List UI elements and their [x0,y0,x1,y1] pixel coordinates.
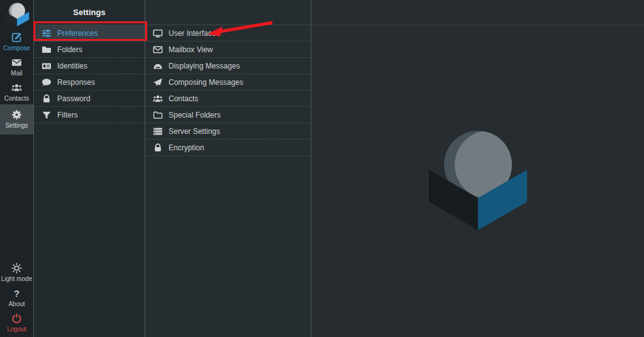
mail-icon [11,57,22,68]
settings-nav-item-label: Folders [57,45,82,54]
power-icon [11,313,22,324]
settings-nav-item-label: Preferences [57,29,98,38]
envelope-icon [153,45,163,55]
sections-header [145,0,311,25]
section-item-displaying-messages[interactable]: Displaying Messages [145,58,311,74]
sidebar-item-mail[interactable]: Mail [0,54,33,79]
settings-nav-item-filters[interactable]: Filters [34,107,145,123]
roundcube-watermark-logo [428,130,528,233]
contacts-icon [11,82,22,93]
taskbar: Compose Mail C [0,0,34,337]
content-header [311,0,644,25]
settings-nav-item-label: Filters [57,111,78,119]
speech-bubble-icon [42,77,52,87]
paper-plane-icon [153,77,163,87]
section-item-server-settings[interactable]: Server Settings [145,123,311,140]
settings-nav-item-label: Responses [57,78,95,87]
section-item-composing-messages[interactable]: Composing Messages [145,74,311,91]
id-card-icon [42,61,52,71]
section-item-contacts[interactable]: Contacts [145,91,311,107]
sidebar-item-label: Settings [5,122,28,129]
question-icon: ? [14,288,19,299]
settings-nav-item-password[interactable]: Password [34,91,145,107]
preferences-sections-panel: User Interface Mailbox View Displaying M… [145,0,311,337]
sidebar-item-about[interactable]: ? About [0,285,33,310]
settings-nav-item-folders[interactable]: Folders [34,41,145,58]
sidebar-item-label: Contacts [4,95,29,102]
inbox-icon [153,61,163,71]
section-item-label: Encryption [169,143,204,152]
funnel-icon [42,110,52,120]
settings-nav-item-label: Password [57,94,91,103]
sidebar-item-label: Compose [3,45,30,52]
folder-icon [42,45,52,55]
settings-nav-item-identities[interactable]: Identities [34,58,145,74]
lock-icon [42,94,52,104]
compose-icon [11,32,22,43]
gear-icon [11,109,22,120]
section-item-mailbox-view[interactable]: Mailbox View [145,41,311,58]
settings-nav-item-responses[interactable]: Responses [34,74,145,91]
settings-title: Settings [34,0,145,25]
sidebar-item-label: Light mode [1,275,32,282]
section-item-label: Special Folders [169,111,221,119]
settings-nav-panel: Settings Preferences [34,0,145,337]
roundcube-settings-window: Compose Mail C [0,0,644,337]
sidebar-item-label: Mail [11,70,22,77]
section-item-special-folders[interactable]: Special Folders [145,107,311,123]
people-icon [153,94,163,104]
sun-icon [11,263,22,273]
section-item-label: Displaying Messages [169,62,240,70]
sidebar-item-light-mode[interactable]: Light mode [0,260,33,285]
content-area [311,0,644,337]
sidebar-item-settings[interactable]: Settings [0,104,33,135]
settings-nav-item-preferences[interactable]: Preferences [34,25,145,41]
section-item-label: Composing Messages [169,78,243,87]
section-item-label: Server Settings [169,127,220,136]
sidebar-item-label: Logout [7,326,26,333]
sidebar-item-compose[interactable]: Compose [0,29,33,54]
section-item-label: User Interface [169,29,216,38]
sidebar-item-logout[interactable]: Logout [0,310,33,335]
roundcube-logo [3,2,31,27]
section-item-user-interface[interactable]: User Interface [145,25,311,41]
section-item-label: Contacts [169,94,198,103]
settings-nav-item-label: Identities [57,62,87,70]
monitor-icon [153,28,163,38]
server-icon [153,126,163,136]
section-item-encryption[interactable]: Encryption [145,140,311,156]
folder-outline-icon [153,110,163,120]
sidebar-item-contacts[interactable]: Contacts [0,79,33,104]
sidebar-item-label: About [8,301,25,307]
sliders-icon [42,28,52,38]
section-item-label: Mailbox View [169,45,213,54]
lock-icon [153,143,163,153]
